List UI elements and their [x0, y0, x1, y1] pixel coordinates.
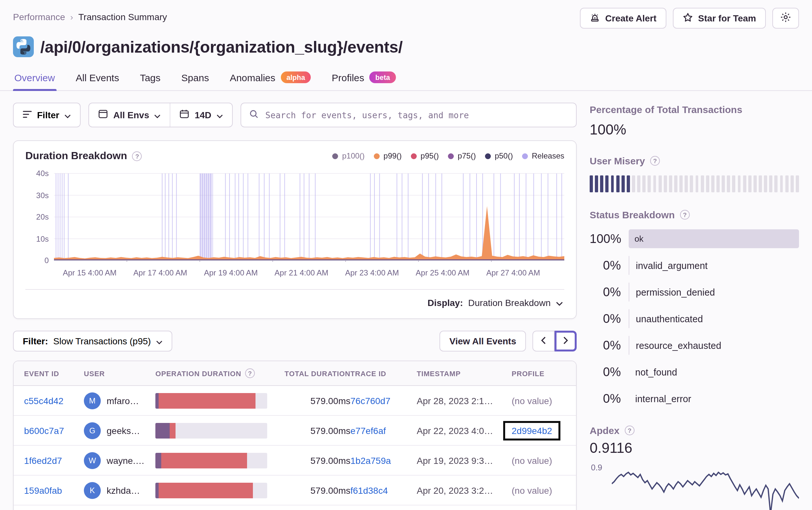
column-header-label: Event ID: [24, 369, 59, 377]
misery-tick: [637, 175, 640, 192]
env-date-segmented-control: All Envs 14D: [88, 103, 233, 127]
trace-id-link[interactable]: e77ef6af: [350, 425, 386, 436]
misery-tick: [648, 175, 651, 192]
misery-tick: [643, 175, 646, 192]
tab-bar: OverviewAll EventsTagsSpansAnomaliesalph…: [0, 67, 812, 91]
profile-no-value: (no value): [512, 455, 552, 466]
event-id-link[interactable]: 1f6ed2d7: [24, 455, 62, 466]
user-cell: Mmfaro…: [84, 392, 155, 409]
profile-id-link[interactable]: 2d99e4b2: [512, 425, 552, 436]
event-id-link[interactable]: 159a0fab: [24, 485, 62, 496]
trace-id-link[interactable]: 1b2a759a: [350, 455, 391, 466]
tab-profiles[interactable]: Profilesbeta: [330, 67, 397, 90]
trace-id-link[interactable]: f61d38c4: [350, 485, 388, 496]
legend-item-Releases[interactable]: Releases: [522, 151, 564, 160]
misery-tick: [748, 175, 752, 192]
header-actions: Create Alert Star for Team: [580, 8, 799, 29]
create-alert-button[interactable]: Create Alert: [580, 8, 666, 29]
date-range-selector[interactable]: 14D: [170, 103, 232, 127]
event-id-link[interactable]: c55c4d42: [24, 395, 63, 406]
column-header-label: Trace ID: [350, 369, 386, 377]
display-dropdown[interactable]: Duration Breakdown: [468, 298, 563, 308]
tab-all-events[interactable]: All Events: [75, 67, 120, 90]
status-body: resource_exhausted: [629, 336, 799, 355]
legend-item-p75[interactable]: p75(): [448, 151, 476, 160]
misery-tick: [653, 175, 656, 192]
siren-icon: [590, 12, 600, 24]
trace-id-cell: f61d38c4: [350, 485, 417, 496]
help-icon[interactable]: ?: [245, 368, 255, 378]
timestamp-cell: Apr 22, 2023 4:0…: [417, 425, 512, 436]
legend-item-p100[interactable]: p100(): [332, 151, 365, 160]
legend-item-p99[interactable]: p99(): [374, 151, 402, 160]
slow-transactions-filter-dropdown[interactable]: Filter: Slow Transactions (p95): [13, 331, 172, 352]
operation-duration-bar[interactable]: [155, 393, 267, 408]
status-row-ok: 100%ok: [590, 229, 799, 248]
tab-label: Profiles: [331, 72, 364, 83]
status-percent: 0%: [590, 285, 629, 299]
misery-tick: [737, 175, 741, 192]
misery-tick: [611, 175, 614, 192]
chevron-down-icon: [154, 110, 161, 120]
breadcrumb-performance[interactable]: Performance: [13, 12, 65, 22]
events-table-header: Event IDUserOperation Duration?Total Dur…: [13, 361, 576, 386]
help-icon[interactable]: ?: [680, 210, 690, 219]
duration-breakdown-title: Duration Breakdown: [25, 150, 127, 162]
filter-dropdown[interactable]: Filter: [13, 103, 81, 127]
help-icon[interactable]: ?: [132, 151, 142, 161]
misery-tick: [759, 175, 762, 192]
total-transactions-value: 100%: [590, 121, 799, 139]
page-title: /api/0/organizations/{organization_slug}…: [40, 37, 402, 56]
settings-button[interactable]: [772, 8, 799, 29]
timestamp-cell: Apr 28, 2023 2:1…: [417, 395, 512, 406]
environment-selector[interactable]: All Envs: [89, 103, 170, 127]
legend-label: p75(): [458, 151, 476, 160]
user-cell: Ggeeks…: [84, 422, 155, 439]
previous-page-button[interactable]: [532, 331, 555, 352]
duration-chart-plot[interactable]: [54, 171, 564, 262]
operation-duration-bar[interactable]: [155, 452, 267, 468]
help-icon[interactable]: ?: [650, 156, 660, 166]
filter-bar: Filter All Envs 14D: [13, 103, 577, 127]
view-all-events-button[interactable]: View All Events: [440, 331, 526, 352]
tab-label: Anomalies: [230, 72, 275, 83]
status-percent: 0%: [590, 338, 629, 353]
search-input[interactable]: [265, 110, 568, 120]
beta-badge: beta: [370, 71, 396, 83]
total-duration-cell: 579.00ms: [283, 425, 350, 436]
breadcrumb: Performance › Transaction Summary: [13, 8, 167, 22]
table-row: 1f6ed2d7Wwayne.…579.00ms1b2a759aApr 19, …: [13, 446, 576, 476]
misery-tick: [732, 175, 735, 192]
help-icon[interactable]: ?: [625, 425, 635, 435]
tab-anomalies[interactable]: Anomaliesalpha: [229, 67, 312, 90]
legend-item-p95[interactable]: p95(): [411, 151, 439, 160]
star-for-team-button[interactable]: Star for Team: [673, 8, 766, 29]
misery-tick: [664, 175, 667, 192]
duration-x-tick: Apr 17 4:00 AM: [133, 268, 187, 277]
main-column: Filter All Envs 14D: [13, 103, 577, 510]
window-icon: [98, 109, 108, 121]
status-ok-bar[interactable]: ok: [629, 229, 799, 248]
status-label: permission_denied: [629, 287, 715, 297]
apdex-value: 0.9116: [590, 440, 799, 457]
duration-x-tick: Apr 15 4:00 AM: [63, 268, 116, 277]
operation-duration-bar[interactable]: [155, 482, 267, 498]
legend-label: p100(): [342, 151, 365, 160]
trace-id-link[interactable]: 76c760d7: [350, 395, 390, 406]
tab-overview[interactable]: Overview: [13, 67, 56, 90]
column-header-profile: Profile: [512, 369, 566, 377]
tab-tags[interactable]: Tags: [139, 67, 162, 90]
tab-spans[interactable]: Spans: [180, 67, 210, 90]
trace-id-cell: 1b2a759a: [350, 455, 417, 466]
misery-tick: [679, 175, 683, 192]
event-id-link[interactable]: b600c7a7: [24, 425, 64, 436]
column-header-label: Timestamp: [417, 369, 461, 377]
profile-cell: (no value): [512, 485, 566, 496]
timestamp-cell: Apr 19, 2023 9:3…: [417, 455, 512, 466]
duration-x-tick: Apr 25 4:00 AM: [416, 268, 469, 277]
environment-value: All Envs: [113, 110, 149, 120]
operation-duration-bar[interactable]: [155, 423, 267, 438]
legend-item-p50[interactable]: p50(): [485, 151, 513, 160]
next-page-button[interactable]: [555, 331, 577, 352]
legend-dot-icon: [374, 153, 380, 159]
